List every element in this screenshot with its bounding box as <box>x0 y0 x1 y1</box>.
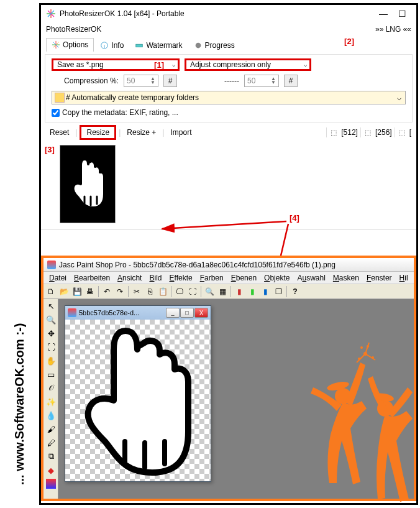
undo-icon[interactable]: ↶ <box>101 285 113 298</box>
preset-x[interactable]: [ <box>409 128 411 137</box>
menu-lang[interactable]: »» LNG «« <box>375 25 411 34</box>
titlebar: PhotoResizerOK 1.04 [x64] - Portable — ☐ <box>41 5 416 22</box>
tab-progress[interactable]: Progress <box>189 39 240 52</box>
preset-icon[interactable]: ⬚ <box>360 127 373 137</box>
move-tool-icon[interactable]: ✥ <box>43 326 58 340</box>
lasso-tool-icon[interactable]: 𝒪 <box>43 381 58 395</box>
select-tool-icon[interactable]: ▭ <box>43 367 58 381</box>
copy-metadata-row: Copy the metadata: EXIF, rating, ... <box>52 108 406 117</box>
tab-options[interactable]: Options <box>46 38 94 52</box>
tab-progress-label: Progress <box>205 41 235 50</box>
new-icon[interactable]: 🗋 <box>45 285 57 298</box>
annotation-3: [3] <box>45 145 55 154</box>
svg-point-11 <box>195 42 201 48</box>
menu-datei[interactable]: Datei <box>46 274 70 282</box>
tab-watermark[interactable]: Watermark <box>130 39 187 52</box>
copy-metadata-checkbox[interactable] <box>52 109 60 117</box>
hand-image <box>66 320 209 481</box>
copy-icon[interactable]: ⎘ <box>144 285 156 298</box>
menu-hilfe[interactable]: Hil <box>396 274 411 282</box>
menu-fenster[interactable]: Fenster <box>363 274 395 282</box>
resize-button[interactable]: Resize <box>80 125 116 140</box>
photoresizer-window: PhotoResizerOK 1.04 [x64] - Portable — ☐… <box>41 5 416 230</box>
palette3-icon[interactable]: ▮ <box>259 285 272 298</box>
psp-title: Jasc Paint Shop Pro - 5bbc57db5c78e-d6a1… <box>59 261 336 269</box>
menu-ansicht[interactable]: Ansicht <box>114 274 145 282</box>
preset-icon[interactable]: ⬚ <box>395 127 407 137</box>
brush-tool-icon[interactable]: 🖌 <box>43 422 58 436</box>
paste-icon[interactable]: 📋 <box>157 285 169 298</box>
tempfolder-value: # Automatically create temporary folders <box>66 93 199 102</box>
tool-palette: ↖ 🔍 ✥ ⛶ ✋ ▭ 𝒪 ✨ 💧 🖌 🖊 ⧉ ◆ <box>43 299 58 499</box>
preset-256[interactable]: [256] <box>375 128 392 137</box>
dropper-tool-icon[interactable]: 💧 <box>43 409 58 422</box>
cut-icon[interactable]: ✂ <box>130 285 143 298</box>
resize-plus-button[interactable]: Resize + <box>123 127 160 138</box>
spinner2-value: 50 <box>247 76 255 85</box>
palette2-icon[interactable]: ▮ <box>246 285 258 298</box>
menu-farben[interactable]: Farben <box>197 274 227 282</box>
crop-tool-icon[interactable]: ⛶ <box>43 340 58 354</box>
tempfolder-dropdown[interactable]: # Automatically create temporary folders <box>52 91 406 104</box>
print-icon[interactable]: 🖶 <box>84 285 96 298</box>
menu-app[interactable]: PhotoResizerOK <box>46 25 101 34</box>
doc-minimize-button[interactable]: _ <box>166 308 180 318</box>
hash-button-1[interactable]: # <box>163 75 177 87</box>
adjust-dropdown[interactable]: Adjust compression only <box>185 58 311 71</box>
arrow-tool-icon[interactable]: ↖ <box>43 299 58 313</box>
fit-icon[interactable]: ▦ <box>216 285 229 298</box>
menu-ebenen[interactable]: Ebenen <box>228 274 260 282</box>
hash-button-2[interactable]: # <box>284 75 298 87</box>
tab-info[interactable]: i Info <box>95 39 129 52</box>
canvas-area: 5bbc57db5c78e-d... _ □ X <box>58 299 414 499</box>
save-icon[interactable]: 💾 <box>71 285 83 298</box>
psp-titlebar: Jasc Paint Shop Pro - 5bbc57db5c78e-d6a1… <box>43 258 414 272</box>
tab-info-label: Info <box>111 41 124 50</box>
adjust-value: Adjust compression only <box>190 60 271 69</box>
preset-icon[interactable]: ⬚ <box>326 127 339 137</box>
spinner-2[interactable]: 50 ▲▼ <box>244 75 279 87</box>
menu-auswahl[interactable]: Auswahl <box>294 274 328 282</box>
fill-tool-icon[interactable]: ◆ <box>43 463 58 477</box>
options-icon <box>52 40 60 49</box>
import-button[interactable]: Import <box>167 127 195 138</box>
maximize-button[interactable]: ☐ <box>393 7 411 21</box>
screen-icon[interactable]: 🖵 <box>173 285 186 298</box>
doc-titlebar[interactable]: 5bbc57db5c78e-d... _ □ X <box>65 306 211 320</box>
minimize-button[interactable]: — <box>374 7 393 21</box>
progress-icon <box>194 41 203 50</box>
menu-bearbeiten[interactable]: Bearbeiten <box>71 274 113 282</box>
layers-icon[interactable]: ❐ <box>272 285 285 298</box>
open-icon[interactable]: 📂 <box>58 285 70 298</box>
menu-objekte[interactable]: Objekte <box>261 274 293 282</box>
compression-spinner[interactable]: 50 ▲▼ <box>124 75 158 87</box>
menu-effekte[interactable]: Effekte <box>167 274 196 282</box>
menu-bild[interactable]: Bild <box>146 274 165 282</box>
svg-text:i: i <box>104 43 105 48</box>
clone-tool-icon[interactable]: ⧉ <box>43 450 58 463</box>
gradient-tool-icon[interactable] <box>46 479 56 489</box>
help-icon[interactable]: ? <box>289 285 301 298</box>
palette1-icon[interactable]: ▮ <box>233 285 245 298</box>
pen-tool-icon[interactable]: 🖊 <box>43 436 58 450</box>
thumbnail[interactable] <box>60 145 116 223</box>
annotation-1: [1] <box>154 60 164 70</box>
doc-close-button[interactable]: X <box>194 308 208 318</box>
redo-icon[interactable]: ↷ <box>114 285 126 298</box>
hand-tool-icon[interactable]: ✋ <box>43 354 58 367</box>
reset-button[interactable]: Reset <box>46 127 73 138</box>
zoom-icon[interactable]: 🔍 <box>203 285 216 298</box>
tab-watermark-label: Watermark <box>146 41 182 50</box>
doc-title: 5bbc57db5c78e-d... <box>79 309 166 316</box>
tabs: Options i Info Watermark Progress [2] <box>41 36 416 54</box>
spinner-arrows-icon[interactable]: ▲▼ <box>271 77 276 85</box>
menu-masken[interactable]: Masken <box>330 274 362 282</box>
preset-512[interactable]: [512] <box>341 128 358 137</box>
fullscreen-icon[interactable]: ⛶ <box>186 285 199 298</box>
spinner-arrows-icon[interactable]: ▲▼ <box>150 77 155 85</box>
save-as-dropdown[interactable]: Save as *.png [1] <box>52 58 180 71</box>
doc-maximize-button[interactable]: □ <box>180 308 194 318</box>
canvas-checker[interactable] <box>65 320 211 481</box>
zoom-tool-icon[interactable]: 🔍 <box>43 313 58 326</box>
wand-tool-icon[interactable]: ✨ <box>43 395 58 409</box>
